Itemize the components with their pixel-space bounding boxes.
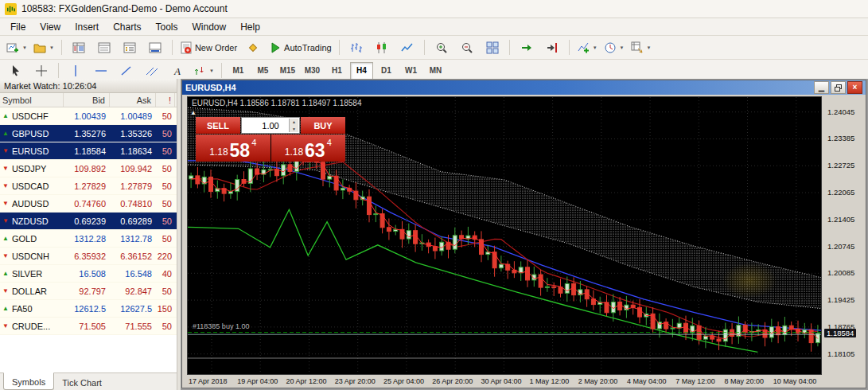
column-header-[interactable]: ! (156, 93, 175, 107)
dropdown-arrow-icon[interactable]: ▼ (209, 68, 214, 73)
timeframe-h4[interactable]: H4 (350, 62, 373, 80)
chart-restore-button[interactable] (831, 81, 846, 94)
symbol-row-nzdusd[interactable]: ▼NZDUSD0.692390.6928950 (0, 213, 177, 230)
symbol-name: USDCHF (12, 111, 49, 121)
volume-input[interactable]: 1.00 ▲▼ (241, 117, 300, 134)
bid-cell: 6.35932 (64, 252, 110, 261)
timeframe-h1[interactable]: H1 (325, 62, 348, 80)
tab-symbols[interactable]: Symbols (3, 372, 54, 390)
symbol-row-usdjpy[interactable]: ▼USDJPY109.892109.94250 (0, 160, 177, 177)
column-header-bid[interactable]: Bid (64, 93, 110, 107)
auto-scroll-button[interactable] (514, 37, 539, 57)
spinner-up-icon[interactable]: ▲ (292, 119, 296, 124)
bid-cell: 1.00439 (64, 111, 110, 121)
symbol-row-usdcad[interactable]: ▼USDCAD1.278291.2787950 (0, 177, 177, 195)
metaeditor-icon (247, 41, 259, 54)
text-button[interactable]: A (165, 60, 190, 80)
spinner-down-icon[interactable]: ▼ (292, 127, 296, 131)
tab-tick-chart[interactable]: Tick Chart (54, 373, 110, 390)
timeframe-d1[interactable]: D1 (375, 62, 398, 80)
chart-candles-button[interactable] (369, 37, 395, 57)
menu-charts[interactable]: Charts (106, 20, 148, 34)
vertical-line-button[interactable] (63, 60, 88, 80)
metaeditor-button[interactable] (240, 37, 266, 57)
chart-shift-button[interactable] (539, 37, 565, 57)
timeframe-w1[interactable]: W1 (399, 62, 422, 80)
price-axis[interactable]: 1.240451.233851.227251.220651.214051.207… (822, 96, 866, 375)
zoom-in-button[interactable] (429, 37, 454, 57)
chart-line-button[interactable] (395, 37, 420, 57)
symbol-row-usdcnh[interactable]: ▼USDCNH6.359326.36152220 (0, 248, 177, 265)
volume-spinner[interactable]: ▲▼ (289, 119, 298, 132)
menu-insert[interactable]: Insert (68, 20, 106, 34)
window-titlebar[interactable]: 108583: FXGoldenGrand-Demo - Demo Accoun… (0, 0, 868, 18)
timeframe-m30[interactable]: M30 (301, 62, 324, 80)
arrows-button[interactable]: ▼ (190, 60, 217, 80)
symbol-row-dollar[interactable]: ▼DOLLAR92.79792.84750 (0, 283, 177, 300)
cursor-button[interactable] (3, 60, 29, 80)
timeframe-m5[interactable]: M5 (251, 62, 274, 80)
dropdown-arrow-icon[interactable]: ▼ (647, 45, 652, 50)
dropdown-arrow-icon[interactable]: ▼ (22, 45, 27, 50)
dropdown-arrow-icon[interactable]: ▼ (593, 45, 597, 50)
buy-price[interactable]: 1.18 63 4 (271, 135, 346, 162)
column-header-symbol[interactable]: Symbol (0, 93, 64, 107)
chart-bars-button[interactable] (344, 37, 369, 57)
symbol-row-usdchf[interactable]: ▲USDCHF1.004391.0048950 (0, 107, 177, 125)
symbol-row-silver[interactable]: ▲SILVER16.50816.54840 (0, 265, 177, 283)
symbol-row-audusd[interactable]: ▼AUDUSD0.747600.7481050 (0, 195, 177, 213)
sell-price[interactable]: 1.18 58 4 (196, 135, 271, 162)
arrows-icon (193, 64, 206, 77)
channel-button[interactable] (139, 60, 165, 80)
zoom-out-button[interactable] (454, 37, 480, 57)
symbol-row-eurusd[interactable]: ▼EURUSD1.185841.1863450 (0, 142, 177, 160)
data-window-icon (98, 41, 111, 54)
timeframe-mn[interactable]: MN (424, 62, 447, 80)
symbol-row-gbpusd[interactable]: ▲GBPUSD1.352761.3532650 (0, 125, 177, 142)
one-click-collapse-icon[interactable]: ▲ (190, 109, 197, 116)
symbol-row-gold[interactable]: ▲GOLD1312.281312.7850 (0, 230, 177, 248)
terminal-button[interactable] (142, 37, 168, 57)
symbol-row-crude[interactable]: ▼CRUDE...71.50571.55550 (0, 318, 177, 335)
crosshair-button[interactable] (29, 60, 54, 80)
tile-windows-button[interactable] (480, 37, 505, 57)
chart-minimize-button[interactable]: ▁ (814, 81, 829, 94)
tick-up-arrow-icon: ▲ (2, 113, 9, 119)
dropdown-arrow-icon[interactable]: ▼ (49, 45, 54, 50)
menu-help[interactable]: Help (233, 20, 267, 34)
templates-button[interactable]: ▼ (628, 37, 655, 57)
periods-button[interactable]: ▼ (601, 37, 628, 57)
new-chart-button[interactable]: ▼ (3, 37, 30, 57)
profiles-button[interactable]: ▼ (30, 37, 57, 57)
time-axis[interactable]: 17 Apr 201819 Apr 04:0020 Apr 12:0023 Ap… (187, 375, 822, 388)
timeframe-m15[interactable]: M15 (276, 62, 299, 80)
toolbar-separator (58, 63, 59, 78)
autotrading-button[interactable]: AutoTrading (266, 37, 335, 57)
sell-button[interactable]: SELL (196, 117, 240, 134)
navigator-button[interactable] (117, 37, 142, 57)
current-price-label: 1.18584 (824, 329, 856, 337)
menu-tools[interactable]: Tools (149, 20, 185, 34)
horizontal-line-button[interactable] (88, 60, 114, 80)
symbol-row-fa50[interactable]: ▲FA5012612.512627.5150 (0, 300, 177, 318)
text-icon: A (171, 64, 184, 77)
chart-window-title: EURUSD,H4 (185, 83, 236, 92)
data-window-button[interactable] (91, 37, 117, 57)
indicators-button[interactable]: ▼ (574, 37, 601, 57)
market-watch-header[interactable]: Market Watch: 10:26:04 (0, 79, 177, 93)
menu-view[interactable]: View (33, 20, 68, 34)
chart-window-titlebar[interactable]: EURUSD,H4 ▁ × (182, 80, 866, 95)
menu-file[interactable]: File (3, 20, 33, 34)
buy-button[interactable]: BUY (301, 117, 345, 134)
trendline-button[interactable] (114, 60, 139, 80)
symbol-name: GBPUSD (12, 129, 49, 138)
market-watch-button[interactable] (66, 37, 91, 57)
menu-window[interactable]: Window (185, 20, 234, 34)
new-order-button[interactable]: New Order (177, 37, 240, 57)
chart-window: EURUSD,H4 ▁ × EURUSD,H4 1.18586 1.18781 … (181, 80, 866, 388)
chart-plot[interactable]: EURUSD,H4 1.18586 1.18781 1.18497 1.1858… (187, 96, 822, 375)
chart-close-button[interactable]: × (847, 81, 862, 94)
dropdown-arrow-icon[interactable]: ▼ (620, 45, 625, 50)
timeframe-m1[interactable]: M1 (227, 62, 250, 80)
column-header-ask[interactable]: Ask (110, 93, 156, 107)
